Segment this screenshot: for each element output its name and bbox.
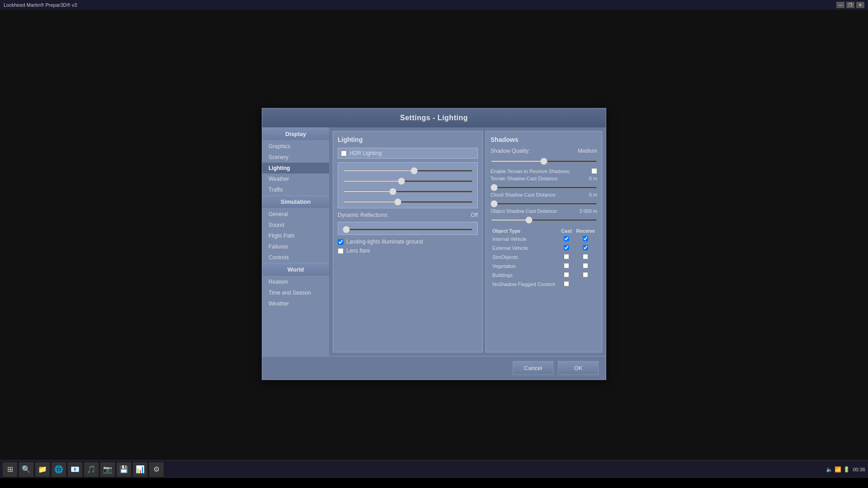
lighting-slider-3[interactable] xyxy=(343,191,473,192)
settings-dialog: Settings - Lighting Display Graphics Sce… xyxy=(262,108,606,380)
external-vehicle-cast-checkbox[interactable] xyxy=(564,245,569,250)
world-section-header: World xyxy=(262,263,329,276)
table-row: SimObjects xyxy=(491,253,597,262)
close-button[interactable]: ✕ xyxy=(856,2,864,8)
lighting-panel: Lighting HDR Lighting xyxy=(333,131,483,352)
receive-cell xyxy=(574,244,597,253)
tray-icon-2[interactable]: 📶 xyxy=(834,466,841,473)
taskbar-icon-app1[interactable]: 💾 xyxy=(117,462,131,477)
object-type-table: Object Type Cast Receive Internal Vehicl… xyxy=(491,227,597,289)
buildings-cast-checkbox[interactable] xyxy=(564,272,569,277)
internal-vehicle-cast-checkbox[interactable] xyxy=(564,236,569,241)
table-row: External Vehicle xyxy=(491,244,597,253)
taskbar-icon-photos[interactable]: 📷 xyxy=(100,462,115,477)
object-type-col-header: Object Type xyxy=(491,227,559,235)
noshadow-cast-checkbox[interactable] xyxy=(564,281,569,286)
cloud-cast-slider[interactable] xyxy=(491,203,597,205)
vegetation-receive-checkbox[interactable] xyxy=(583,263,588,268)
hdr-checkbox[interactable] xyxy=(341,150,347,156)
simulation-section-header: Simulation xyxy=(262,195,329,208)
shadow-quality-slider[interactable] xyxy=(491,160,597,162)
lighting-slider-4[interactable] xyxy=(343,201,473,203)
restore-button[interactable]: ❐ xyxy=(846,2,854,8)
taskbar-icon-app3[interactable]: ⚙ xyxy=(149,462,164,477)
lighting-slider-1[interactable] xyxy=(343,170,473,172)
taskbar-icon-browser[interactable]: 🌐 xyxy=(52,462,66,477)
sidebar-item-scenery[interactable]: Scenery xyxy=(262,152,329,163)
table-row: Buildings xyxy=(491,271,597,280)
enable-terrain-checkbox[interactable] xyxy=(591,168,597,174)
slider-row-4 xyxy=(343,197,473,204)
landing-lights-label: Landing-lights illuminate ground xyxy=(346,239,423,245)
titlebar-controls: — ❐ ✕ xyxy=(836,2,864,8)
buildings-receive-checkbox[interactable] xyxy=(583,272,588,277)
taskbar-icon-explorer[interactable]: 📁 xyxy=(35,462,50,477)
sidebar-item-general[interactable]: General xyxy=(262,209,329,220)
cast-cell xyxy=(559,235,574,244)
shadow-quality-slider-row xyxy=(491,157,597,164)
cancel-button[interactable]: Cancel xyxy=(513,361,553,375)
terrain-cast-slider[interactable] xyxy=(491,187,597,188)
object-cast-slider[interactable] xyxy=(491,219,597,221)
terrain-cast-label: Terrain Shadow Cast Distance: xyxy=(491,176,575,181)
start-button[interactable]: ⊞ xyxy=(3,462,17,477)
external-vehicle-receive-checkbox[interactable] xyxy=(583,245,588,250)
sidebar-item-graphics[interactable]: Graphics xyxy=(262,141,329,152)
sidebar-item-sound[interactable]: Sound xyxy=(262,220,329,230)
cloud-cast-value: 0 m xyxy=(575,192,597,197)
cast-cell xyxy=(559,253,574,262)
object-label: External Vehicle xyxy=(491,244,559,253)
shadow-quality-label: Shadow Quality: xyxy=(491,148,530,154)
dialog-body: Display Graphics Scenery Lighting Weathe… xyxy=(262,127,606,356)
sidebar-item-realism[interactable]: Realism xyxy=(262,277,329,287)
landing-lights-row: Landing-lights illuminate ground xyxy=(338,239,478,245)
lens-flare-row: Lens flare xyxy=(338,248,478,254)
sidebar-item-failures[interactable]: Failures xyxy=(262,241,329,252)
dynamic-reflections-slider[interactable] xyxy=(343,229,473,230)
sidebar-item-flightpath[interactable]: Flight Path xyxy=(262,230,329,241)
receive-cell xyxy=(574,280,597,289)
object-cast-value: 3 000 m xyxy=(575,208,597,214)
taskbar-time: 00:36 xyxy=(853,467,865,472)
simobjects-receive-checkbox[interactable] xyxy=(583,254,588,259)
tray-icon-1[interactable]: 🔈 xyxy=(826,466,833,473)
slider-row-3 xyxy=(343,187,473,194)
landing-lights-checkbox[interactable] xyxy=(338,239,344,245)
vegetation-cast-checkbox[interactable] xyxy=(564,263,569,268)
lighting-slider-2[interactable] xyxy=(343,180,473,182)
simobjects-cast-checkbox[interactable] xyxy=(564,254,569,259)
titlebar-title: Lockheed Martin® Prepar3D® v3 xyxy=(4,2,77,8)
dialog-footer: Cancel OK xyxy=(262,356,606,380)
lens-flare-label: Lens flare xyxy=(346,248,370,254)
receive-cell xyxy=(574,262,597,271)
object-label: Vegetation xyxy=(491,262,559,271)
object-cast-row: Object Shadow Cast Distance: 3 000 m xyxy=(491,208,597,214)
object-label: SimObjects xyxy=(491,253,559,262)
tray-icon-3[interactable]: 🔋 xyxy=(843,466,850,473)
sidebar-item-time-season[interactable]: Time and Season xyxy=(262,287,329,298)
minimize-button[interactable]: — xyxy=(836,2,844,8)
cast-cell xyxy=(559,244,574,253)
object-label: Internal Vehicle xyxy=(491,235,559,244)
receive-cell xyxy=(574,271,597,280)
sidebar-item-traffic[interactable]: Traffic xyxy=(262,184,329,195)
table-row: Vegetation xyxy=(491,262,597,271)
search-taskbar-button[interactable]: 🔍 xyxy=(19,462,33,477)
taskbar-icon-mail[interactable]: 📧 xyxy=(68,462,82,477)
ok-button[interactable]: OK xyxy=(558,361,599,375)
receive-col-header: Receive xyxy=(574,227,597,235)
sidebar-item-controls[interactable]: Controls xyxy=(262,252,329,263)
lighting-title: Lighting xyxy=(338,136,478,143)
lighting-sliders xyxy=(338,162,478,208)
cast-col-header: Cast xyxy=(559,227,574,235)
sidebar-item-lighting[interactable]: Lighting xyxy=(262,163,329,174)
sidebar-item-weather-display[interactable]: Weather xyxy=(262,174,329,184)
taskbar-icon-app2[interactable]: 📊 xyxy=(133,462,147,477)
cast-cell xyxy=(559,280,574,289)
taskbar-icon-media[interactable]: 🎵 xyxy=(84,462,99,477)
internal-vehicle-receive-checkbox[interactable] xyxy=(583,236,588,241)
sidebar-item-weather-world[interactable]: Weather xyxy=(262,298,329,309)
titlebar: Lockheed Martin® Prepar3D® v3 — ❐ ✕ xyxy=(0,0,868,10)
taskbar-left: ⊞ 🔍 📁 🌐 📧 🎵 📷 💾 📊 ⚙ xyxy=(3,462,164,477)
lens-flare-checkbox[interactable] xyxy=(338,248,344,254)
